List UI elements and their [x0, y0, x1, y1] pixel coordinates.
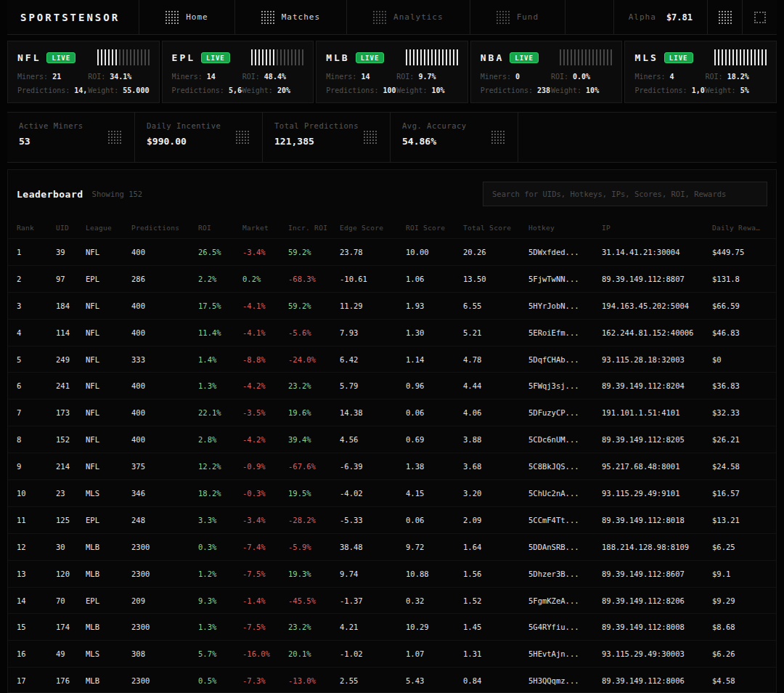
table-row[interactable]: 15174MLB23001.3%-7.5%23.2%4.2110.291.455…: [8, 613, 776, 640]
league-card-nba: NBA LIVE Miners: 0 ROI: 0.0% Predictions…: [470, 41, 623, 103]
cell-uid: 30: [56, 543, 86, 551]
cell-uid: 120: [56, 570, 86, 578]
table-row[interactable]: 8152NFL4002.8%-4.2%39.4%4.560.693.885CDc…: [8, 426, 776, 453]
cell-incr-roi: 23.2%: [288, 623, 340, 631]
league-name: MLB: [326, 52, 349, 63]
cell-roi: 5.7%: [198, 649, 242, 658]
cell-uid: 125: [56, 516, 86, 524]
cell-ip: 89.39.149.112:8807: [602, 275, 712, 283]
table-row[interactable]: 1649MLS3085.7%-16.0%20.1%-1.021.071.315H…: [8, 640, 776, 667]
column-header-incr-roi: Incr. ROI: [288, 224, 340, 232]
table-row[interactable]: 13120MLB23001.2%-7.5%19.3%9.7410.881.565…: [8, 560, 776, 587]
cell-league: NFL: [86, 301, 131, 310]
cell-roi: 0.5%: [198, 676, 242, 685]
cell-hotkey: 5ChUc2nA...: [528, 489, 602, 498]
leaderboard-title: Leaderboard: [17, 189, 83, 200]
analytics-icon: [373, 11, 386, 24]
table-row[interactable]: 7173NFL40022.1%-3.5%19.6%14.380.064.065D…: [8, 399, 776, 426]
cell-daily-reward: $6.25: [712, 543, 767, 551]
cell-uid: 152: [56, 435, 86, 444]
cell-incr-roi: -24.0%: [288, 355, 340, 364]
cell-total-score: 4.06: [463, 408, 528, 417]
cell-market: 0.2%: [242, 275, 288, 283]
cell-total-score: 2.09: [463, 516, 528, 524]
cell-uid: 39: [56, 248, 86, 256]
cell-total-score: 4.44: [463, 381, 528, 390]
cell-predictions: 400: [131, 301, 198, 310]
table-row[interactable]: 5249NFL3331.4%-8.8%-24.0%6.421.144.785Dq…: [8, 346, 776, 373]
table-row[interactable]: 297EPL2862.2%0.2%-68.3%-10.611.0613.505F…: [8, 265, 776, 292]
cell-roi-score: 5.43: [406, 676, 463, 685]
table-row[interactable]: 1023MLS34618.2%-0.3%19.5%-4.024.153.205C…: [8, 479, 776, 506]
column-header-market: Market: [242, 224, 288, 232]
cell-edge-score: -1.02: [340, 649, 406, 658]
cell-roi: 2.2%: [198, 275, 242, 283]
cell-rank: 9: [17, 462, 56, 471]
cell-market: -3.4%: [242, 248, 288, 256]
cell-incr-roi: 39.4%: [288, 435, 340, 444]
roi-label: ROI:: [706, 73, 723, 81]
cell-league: MLS: [86, 489, 131, 498]
fullscreen-button[interactable]: [742, 0, 777, 34]
cell-market: -3.4%: [242, 516, 288, 524]
cell-rank: 7: [17, 408, 56, 417]
cell-league: NFL: [86, 248, 131, 256]
nav-item-analytics[interactable]: Analytics: [347, 0, 470, 34]
cell-rank: 13: [17, 570, 56, 578]
cell-daily-reward: $6.26: [712, 649, 767, 658]
table-row[interactable]: 17176MLB23000.5%-7.3%-13.0%2.555.430.845…: [8, 667, 776, 692]
cell-total-score: 3.68: [463, 462, 528, 471]
league-cards-row: NFL LIVE Miners: 21 ROI: 34.1% Predictio…: [7, 41, 777, 103]
cell-uid: 174: [56, 623, 86, 631]
live-badge: LIVE: [664, 52, 693, 63]
alpha-label: Alpha: [629, 12, 656, 22]
grid-menu-button[interactable]: [707, 0, 742, 34]
cell-predictions: 400: [131, 408, 198, 417]
cell-roi-score: 1.30: [406, 328, 463, 337]
cell-total-score: 1.31: [463, 649, 528, 658]
cell-daily-reward: $9.29: [712, 596, 767, 605]
cell-roi-score: 9.72: [406, 543, 463, 551]
cell-predictions: 248: [131, 516, 198, 524]
predictions-value: 14,160: [74, 86, 88, 94]
nav-item-home[interactable]: Home: [139, 0, 235, 34]
top-nav: SPORTSTENSOR Home Matches Analytics Fund…: [7, 0, 777, 35]
cell-rank: 4: [17, 328, 56, 337]
search-input[interactable]: [483, 182, 767, 206]
cell-league: EPL: [86, 516, 131, 524]
cell-edge-score: 7.93: [340, 328, 406, 337]
cell-predictions: 2300: [131, 543, 198, 551]
cell-total-score: 1.56: [463, 570, 528, 578]
table-row[interactable]: 1230MLB23000.3%-7.4%-5.9%38.489.721.645D…: [8, 533, 776, 560]
predictions-value: 100,267: [383, 86, 396, 94]
cell-uid: 23: [56, 489, 86, 498]
roi-value: 18.2%: [727, 73, 749, 81]
leaderboard-panel: Leaderboard Showing 152 RankUIDLeaguePre…: [7, 169, 777, 693]
predictions-value: 1,079: [692, 86, 706, 94]
league-name: NBA: [481, 52, 504, 63]
nav-item-matches[interactable]: Matches: [235, 0, 347, 34]
column-header-league: League: [86, 224, 131, 232]
table-row[interactable]: 6241NFL4001.3%-4.2%23.2%5.790.964.445FWq…: [8, 372, 776, 399]
table-row[interactable]: 9214NFL37512.2%-0.9%-67.6%-6.391.383.685…: [8, 453, 776, 479]
cell-market: -7.3%: [242, 676, 288, 685]
cell-edge-score: 38.48: [340, 543, 406, 551]
stat-total-predictions: Total Predictions 121,385: [263, 113, 391, 162]
cell-hotkey: 5C8BkJQS...: [528, 462, 602, 471]
table-row[interactable]: 139NFL40026.5%-3.4%59.2%23.7810.0020.265…: [8, 238, 776, 265]
table-row[interactable]: 11125EPL2483.3%-3.4%-28.2%-5.330.062.095…: [8, 506, 776, 533]
stat-label: Avg. Accuracy: [402, 121, 467, 130]
cell-daily-reward: $449.75: [712, 248, 767, 256]
table-row[interactable]: 3184NFL40017.5%-4.1%59.2%11.291.936.555H…: [8, 292, 776, 319]
cell-daily-reward: $0: [712, 355, 767, 364]
cell-total-score: 13.50: [463, 275, 528, 283]
cell-market: -7.4%: [242, 543, 288, 551]
cell-total-score: 0.84: [463, 676, 528, 685]
table-row[interactable]: 1470EPL2099.3%-1.4%-45.5%-1.370.321.525F…: [8, 587, 776, 614]
cell-market: -3.5%: [242, 408, 288, 417]
cell-predictions: 2300: [131, 676, 198, 685]
cell-total-score: 3.20: [463, 489, 528, 498]
table-row[interactable]: 4114NFL40011.4%-4.1%-5.6%7.931.305.215ER…: [8, 319, 776, 346]
cell-market: -4.2%: [242, 381, 288, 390]
nav-item-fund[interactable]: Fund: [470, 0, 566, 34]
